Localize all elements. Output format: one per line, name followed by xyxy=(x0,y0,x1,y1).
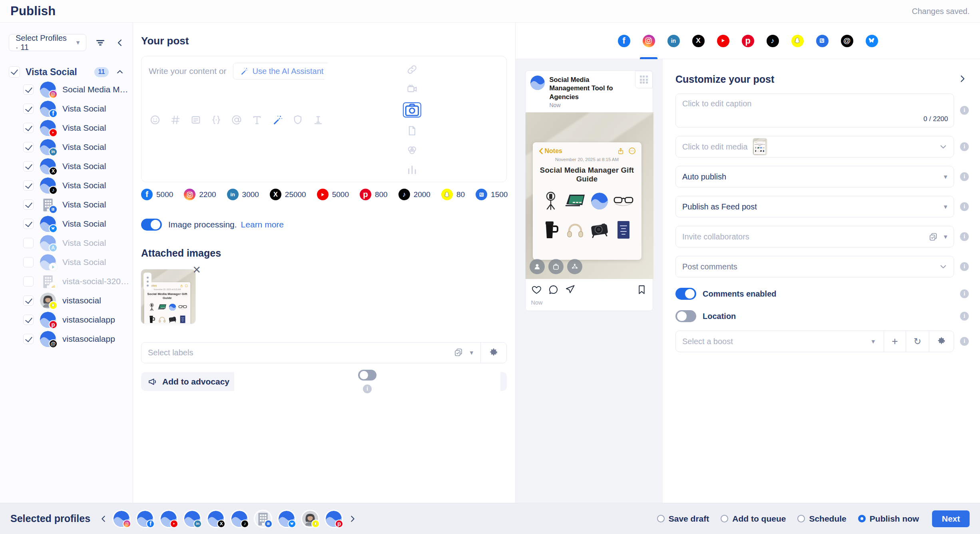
profile-checkbox[interactable] xyxy=(23,161,34,171)
tab-threads[interactable]: @ xyxy=(841,23,853,59)
info-icon[interactable]: i xyxy=(960,202,969,211)
profile-row[interactable]: Vista Social xyxy=(0,214,133,233)
radio-icon[interactable] xyxy=(858,515,866,522)
option-save-draft[interactable]: Save draft xyxy=(657,514,709,524)
chevron-right-icon[interactable] xyxy=(958,74,969,85)
add-boost-button[interactable]: + xyxy=(884,331,906,352)
radio-icon[interactable] xyxy=(721,515,728,522)
profile-checkbox[interactable] xyxy=(23,276,34,287)
emoji-icon[interactable] xyxy=(149,114,161,126)
drag-handle-icon[interactable] xyxy=(143,273,151,290)
info-icon[interactable]: i xyxy=(960,312,969,321)
selected-profile-tiktok[interactable]: ♪ xyxy=(231,511,247,527)
mention-icon[interactable] xyxy=(230,114,243,126)
group-checkbox[interactable] xyxy=(9,66,20,78)
bookmark-icon[interactable] xyxy=(636,284,647,295)
labels-settings-button[interactable] xyxy=(480,343,506,363)
info-icon[interactable]: i xyxy=(960,232,969,241)
video-icon[interactable] xyxy=(406,83,418,96)
shield-icon[interactable] xyxy=(291,114,304,126)
profile-checkbox[interactable] xyxy=(23,295,34,306)
labels-caret-icon[interactable]: ▾ xyxy=(470,349,473,356)
profile-row[interactable]: Vista Social xyxy=(0,118,133,137)
selected-profile-instagram[interactable] xyxy=(114,511,129,527)
radio-icon[interactable] xyxy=(657,515,665,522)
location-toggle[interactable] xyxy=(675,310,696,322)
invite-collaborators-field[interactable]: Invite collaborators ▾ xyxy=(675,226,954,247)
profile-checkbox[interactable] xyxy=(23,84,34,95)
profile-checkbox[interactable] xyxy=(23,123,34,133)
info-icon[interactable]: i xyxy=(960,262,969,271)
caret-down-icon[interactable]: ▾ xyxy=(871,338,884,345)
info-icon[interactable]: i xyxy=(363,385,372,393)
chevron-up-icon[interactable] xyxy=(114,66,125,78)
comment-icon[interactable] xyxy=(548,284,559,295)
tab-instagram[interactable] xyxy=(643,23,655,59)
boost-select[interactable]: Select a boost ▾ + ↻ xyxy=(675,331,954,352)
info-icon[interactable]: i xyxy=(960,172,969,181)
profile-checkbox[interactable] xyxy=(23,219,34,229)
profile-row[interactable]: Vista Social xyxy=(0,195,133,214)
media-field[interactable]: Click to edit media Notes xyxy=(675,136,954,157)
tab-snapchat[interactable] xyxy=(791,23,804,59)
next-button[interactable]: Next xyxy=(932,510,970,527)
profile-row[interactable]: inVista Social xyxy=(0,137,133,157)
photo-upload-button[interactable] xyxy=(403,102,421,118)
profile-group-header[interactable]: Vista Social 11 xyxy=(0,66,133,78)
like-icon[interactable] xyxy=(531,284,542,295)
select-profiles-dropdown[interactable]: Select Profiles · 11 ▾ xyxy=(9,34,86,51)
profile-checkbox[interactable] xyxy=(23,142,34,152)
post-comments-field[interactable]: Post comments xyxy=(675,256,954,277)
profile-row[interactable]: vista-social-320412 xyxy=(0,272,133,291)
selected-profile-pinterest[interactable]: p xyxy=(326,511,342,527)
profile-checkbox[interactable] xyxy=(23,315,34,325)
tab-linkedin[interactable]: in xyxy=(667,23,680,59)
auto-publish-select[interactable]: Auto publish ▾ xyxy=(675,166,954,187)
scroll-left-icon[interactable] xyxy=(99,514,108,523)
hashtag-icon[interactable] xyxy=(169,114,182,126)
profile-row[interactable]: @vistasocialapp xyxy=(0,329,133,349)
selected-profile-linkedin[interactable]: in xyxy=(184,511,200,527)
profile-checkbox[interactable] xyxy=(23,104,34,114)
tab-bluesky[interactable] xyxy=(866,23,878,59)
remove-image-icon[interactable]: ✕ xyxy=(192,265,201,275)
radio-icon[interactable] xyxy=(797,515,805,522)
selected-profile-x[interactable]: X xyxy=(208,511,224,527)
profile-row[interactable]: Social Media Managem... xyxy=(0,80,133,99)
tab-tiktok[interactable]: ♪ xyxy=(767,23,779,59)
grid-view-button[interactable] xyxy=(635,71,653,88)
post-type-select[interactable]: Publish as Feed post ▾ xyxy=(675,196,954,217)
info-icon[interactable]: i xyxy=(960,289,969,298)
text-format-icon[interactable] xyxy=(251,114,263,126)
info-icon[interactable]: i xyxy=(960,337,969,346)
profile-checkbox[interactable] xyxy=(23,180,34,191)
profile-row[interactable]: pvistasocialapp xyxy=(0,310,133,329)
signature-icon[interactable] xyxy=(312,114,325,126)
profile-row[interactable]: fVista Social xyxy=(0,99,133,118)
profile-checkbox[interactable] xyxy=(23,257,34,267)
selected-profile-gbp[interactable] xyxy=(255,511,271,527)
collapse-sidebar-icon[interactable] xyxy=(114,36,125,50)
media-library-icon[interactable] xyxy=(406,144,418,157)
selected-profile-facebook[interactable]: f xyxy=(137,511,153,527)
select-labels-field[interactable]: Select labels ▾ xyxy=(141,342,507,363)
option-add-to-queue[interactable]: Add to queue xyxy=(721,514,786,524)
profile-row[interactable]: Vista Social xyxy=(0,253,133,272)
boost-settings-button[interactable] xyxy=(929,331,954,352)
profile-checkbox[interactable] xyxy=(23,334,34,344)
snippets-icon[interactable] xyxy=(189,114,202,126)
attached-image[interactable]: Notes November 20, 2025 at 8:15 AM S xyxy=(141,269,195,324)
file-icon[interactable] xyxy=(406,124,418,137)
scroll-right-icon[interactable] xyxy=(348,514,357,523)
profile-checkbox[interactable] xyxy=(23,238,34,248)
info-icon[interactable]: i xyxy=(960,142,969,151)
option-schedule[interactable]: Schedule xyxy=(797,514,846,524)
caption-field[interactable]: Click to edit caption 0 / 2200 xyxy=(675,94,954,128)
profile-row[interactable]: ♪Vista Social xyxy=(0,176,133,195)
media-thumbnail[interactable]: Notes November 20, 2025 at 8:15 AM S xyxy=(753,138,767,155)
tab-facebook[interactable]: f xyxy=(618,23,630,59)
refresh-boosts-button[interactable]: ↻ xyxy=(906,331,929,352)
tag-people-icon[interactable] xyxy=(530,259,545,274)
info-icon[interactable]: i xyxy=(960,106,969,115)
share-post-icon[interactable] xyxy=(565,284,576,295)
